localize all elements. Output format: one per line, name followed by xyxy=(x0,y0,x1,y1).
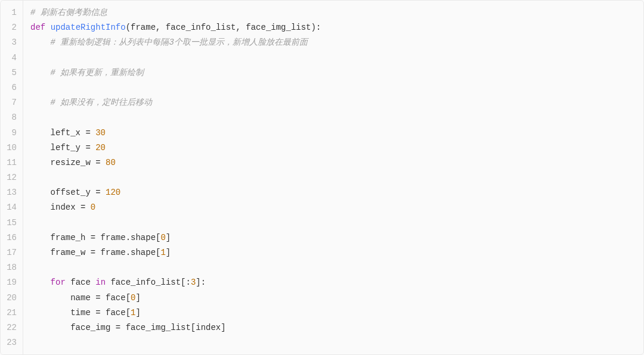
code-token: ] xyxy=(135,293,140,303)
code-token: ] xyxy=(166,248,171,257)
code-token: ] xyxy=(166,233,171,242)
code-line: frame_h = frame.shape[0] xyxy=(30,231,643,245)
line-number: 21 xyxy=(1,306,23,320)
code-token xyxy=(30,38,51,47)
code-line: index = 0 xyxy=(30,200,643,215)
code-line xyxy=(30,260,643,275)
line-number: 15 xyxy=(1,216,23,231)
code-token: for xyxy=(51,278,66,287)
line-number: 13 xyxy=(1,185,23,200)
code-line: name = face[0] xyxy=(30,291,643,306)
code-token: 1 xyxy=(160,248,165,257)
code-token: time = face[ xyxy=(30,308,131,317)
code-line xyxy=(30,216,643,231)
code-line: left_x = 30 xyxy=(30,126,643,141)
code-token: ] xyxy=(135,308,140,317)
code-token: frame, face_info_list, face_img_list xyxy=(131,23,311,32)
code-token: name = face[ xyxy=(30,293,131,303)
line-number: 23 xyxy=(1,335,23,350)
code-token: 80 xyxy=(106,158,116,167)
line-number: 19 xyxy=(1,275,23,290)
code-token: frame_h = frame.shape[ xyxy=(30,233,160,242)
line-number: 1 xyxy=(1,5,23,20)
code-token: ]: xyxy=(196,278,206,287)
line-number: 8 xyxy=(1,110,23,125)
code-line xyxy=(30,80,643,95)
code-token: 30 xyxy=(95,128,106,138)
code-token: index = xyxy=(30,203,91,212)
code-line: # 刷新右侧考勤信息 xyxy=(30,5,643,20)
code-line: frame_w = frame.shape[1] xyxy=(30,245,643,260)
line-number: 6 xyxy=(1,80,23,95)
code-line: offset_y = 120 xyxy=(30,185,643,200)
code-line xyxy=(30,110,643,125)
code-token: ( xyxy=(126,23,131,32)
code-token: # 如果没有，定时往后移动 xyxy=(51,98,153,107)
code-token: 0 xyxy=(160,233,165,242)
code-line xyxy=(30,335,643,350)
code-line: resize_w = 80 xyxy=(30,155,643,170)
code-line: face_img = face_img_list[index] xyxy=(30,320,643,335)
code-token: 20 xyxy=(95,143,106,152)
code-token: def xyxy=(30,23,45,32)
code-line: # 重新绘制逻辑：从列表中每隔3个取一批显示，新增人脸放在最前面 xyxy=(30,35,643,50)
line-number: 11 xyxy=(1,155,23,170)
code-token: left_y = xyxy=(30,143,95,152)
code-token: resize_w = xyxy=(30,158,106,167)
code-token: # 刷新右侧考勤信息 xyxy=(30,8,107,17)
line-number: 17 xyxy=(1,245,23,260)
line-number: 4 xyxy=(1,51,23,66)
code-token xyxy=(30,278,51,287)
code-line xyxy=(30,51,643,66)
code-block: 1234567891011121314151617181920212223 # … xyxy=(0,0,644,355)
line-number-gutter: 1234567891011121314151617181920212223 xyxy=(1,1,23,354)
code-token: # 如果有更新，重新绘制 xyxy=(51,68,144,77)
code-line: # 如果没有，定时往后移动 xyxy=(30,95,643,110)
code-line: left_y = 20 xyxy=(30,141,643,155)
code-token: left_x = xyxy=(30,128,95,138)
line-number: 10 xyxy=(1,141,23,155)
line-number: 2 xyxy=(1,20,23,35)
code-token: face_img = face_img_list[index] xyxy=(30,323,226,332)
code-line: # 如果有更新，重新绘制 xyxy=(30,66,643,80)
code-token xyxy=(30,98,51,107)
code-token: updateRightInfo xyxy=(51,23,126,32)
code-token: 0 xyxy=(91,203,95,212)
code-token: face xyxy=(66,278,95,287)
code-line xyxy=(30,170,643,185)
code-token: ): xyxy=(311,23,321,32)
code-line: time = face[1] xyxy=(30,306,643,320)
code-token: face_info_list[: xyxy=(106,278,191,287)
line-number: 16 xyxy=(1,231,23,245)
code-area: # 刷新右侧考勤信息def updateRightInfo(frame, fac… xyxy=(23,1,643,354)
line-number: 3 xyxy=(1,35,23,50)
code-line: def updateRightInfo(frame, face_info_lis… xyxy=(30,20,643,35)
line-number: 14 xyxy=(1,200,23,215)
line-number: 9 xyxy=(1,126,23,141)
line-number: 12 xyxy=(1,170,23,185)
code-token: # 重新绘制逻辑：从列表中每隔3个取一批显示，新增人脸放在最前面 xyxy=(51,38,308,47)
code-token xyxy=(45,23,50,32)
code-token: offset_y = xyxy=(30,188,106,197)
code-token xyxy=(30,68,51,77)
line-number: 20 xyxy=(1,291,23,306)
line-number: 7 xyxy=(1,95,23,110)
code-line: for face in face_info_list[:3]: xyxy=(30,275,643,290)
code-token: 120 xyxy=(106,188,120,197)
code-token: frame_w = frame.shape[ xyxy=(30,248,160,257)
line-number: 18 xyxy=(1,260,23,275)
code-token: in xyxy=(95,278,106,287)
line-number: 22 xyxy=(1,320,23,335)
line-number: 5 xyxy=(1,66,23,80)
